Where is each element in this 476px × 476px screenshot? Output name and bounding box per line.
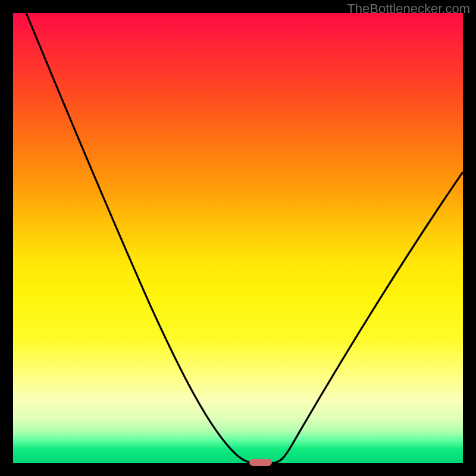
chart-container: TheBottlenecker.com (0, 0, 476, 476)
bottleneck-curve (26, 13, 463, 463)
plot-area (13, 13, 463, 463)
attribution-text: TheBottlenecker.com (347, 1, 470, 17)
optimal-marker (249, 459, 272, 466)
curve-svg (13, 13, 463, 463)
